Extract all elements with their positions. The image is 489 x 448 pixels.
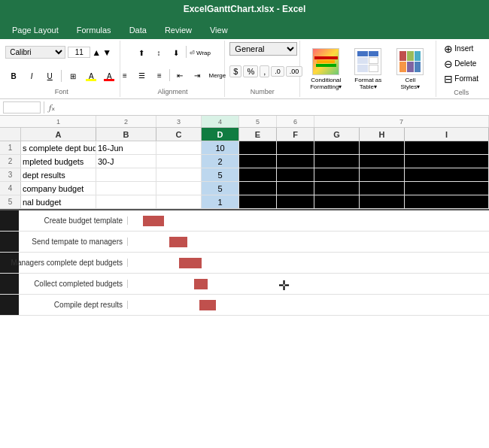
- cell-c4[interactable]: [156, 182, 202, 195]
- cell-c1[interactable]: [156, 141, 202, 154]
- align-right-button[interactable]: ≡: [151, 69, 168, 83]
- cell-e3[interactable]: [239, 168, 277, 181]
- currency-button[interactable]: $: [229, 65, 241, 77]
- format-as-table-button[interactable]: Format asTable▾: [348, 47, 387, 92]
- col-header-b[interactable]: B: [96, 128, 156, 141]
- cell-f1[interactable]: [277, 141, 314, 154]
- underline-button[interactable]: U: [41, 69, 58, 83]
- col-header-d[interactable]: D: [202, 128, 239, 141]
- cell-d2[interactable]: 2: [202, 155, 239, 168]
- cell-f5[interactable]: [277, 195, 314, 208]
- cell-a1[interactable]: s complete dept budge: [21, 141, 96, 154]
- cell-reference-input[interactable]: [3, 101, 41, 114]
- bold-button[interactable]: B: [5, 69, 22, 83]
- col-header-g[interactable]: G: [314, 128, 360, 141]
- cell-g5[interactable]: [314, 195, 360, 208]
- cell-b1[interactable]: 16-Jun: [96, 141, 156, 154]
- cell-d5[interactable]: 1: [202, 195, 239, 208]
- spreadsheet: 1 2 3 4 5 6 7 A B C D E F G H I 1 s comp…: [0, 116, 489, 209]
- format-button[interactable]: ⊟ Format: [441, 72, 481, 86]
- fill-color-button[interactable]: A: [83, 69, 99, 83]
- cell-i3[interactable]: [405, 168, 489, 181]
- italic-button[interactable]: I: [23, 69, 40, 83]
- cell-a2[interactable]: mpleted budgets: [21, 155, 96, 168]
- gantt-chart-2[interactable]: [128, 232, 489, 252]
- cell-h2[interactable]: [360, 155, 405, 168]
- gantt-chart-5[interactable]: [128, 295, 489, 315]
- cell-a4[interactable]: company budget: [21, 182, 96, 195]
- align-top-button[interactable]: ⬆: [133, 46, 150, 59]
- cell-c2[interactable]: [156, 155, 202, 168]
- comma-button[interactable]: ,: [260, 65, 269, 77]
- cell-f3[interactable]: [277, 168, 314, 181]
- gantt-chart-3[interactable]: [128, 253, 489, 273]
- number-format-select[interactable]: General: [229, 42, 297, 56]
- cell-e4[interactable]: [239, 182, 277, 195]
- font-size-down[interactable]: ▼: [102, 47, 111, 58]
- align-middle-button[interactable]: ↕: [150, 46, 167, 59]
- percent-button[interactable]: %: [243, 65, 258, 77]
- cell-h4[interactable]: [360, 182, 405, 195]
- gantt-chart-4[interactable]: ✛: [128, 274, 489, 294]
- conditional-formatting-button[interactable]: ConditionalFormatting▾: [306, 47, 345, 92]
- cell-a5[interactable]: nal budget: [21, 195, 96, 208]
- align-left-button[interactable]: ≡: [117, 69, 133, 83]
- wrap-text-button[interactable]: ⏎ Wrap: [188, 46, 212, 59]
- col-header-f[interactable]: F: [277, 128, 314, 141]
- col-header-a[interactable]: A: [21, 128, 96, 141]
- cell-d1[interactable]: 10: [202, 141, 239, 154]
- font-color-button[interactable]: A: [101, 69, 117, 83]
- delete-button[interactable]: ⊖ Delete: [441, 57, 481, 71]
- cell-styles-button[interactable]: CellStyles▾: [390, 47, 430, 92]
- gantt-chart-1[interactable]: [128, 210, 489, 231]
- cell-h1[interactable]: [360, 141, 405, 154]
- cell-i5[interactable]: [405, 195, 489, 208]
- cell-f2[interactable]: [277, 155, 314, 168]
- insert-button[interactable]: ⊕ Insert: [441, 42, 481, 56]
- tab-view[interactable]: View: [201, 21, 237, 39]
- cell-i2[interactable]: [405, 155, 489, 168]
- cell-e1[interactable]: [239, 141, 277, 154]
- font-size-up[interactable]: ▲: [92, 47, 101, 58]
- tab-page-layout[interactable]: Page Layout: [3, 21, 68, 39]
- tab-formulas[interactable]: Formulas: [68, 21, 120, 39]
- cell-b4[interactable]: [96, 182, 156, 195]
- border-button[interactable]: ⊞: [65, 69, 81, 83]
- cell-d3[interactable]: 5: [202, 168, 239, 181]
- gantt-row-3: Managers complete dept budgets: [0, 253, 489, 274]
- align-bottom-button[interactable]: ⬇: [168, 46, 184, 59]
- font-size-input[interactable]: [68, 47, 90, 58]
- cell-g1[interactable]: [314, 141, 360, 154]
- cell-b3[interactable]: [96, 168, 156, 181]
- cell-b5[interactable]: [96, 195, 156, 208]
- font-name-select[interactable]: Calibri: [5, 46, 65, 59]
- cell-e2[interactable]: [239, 155, 277, 168]
- function-icon[interactable]: 𝑓ₓ: [47, 102, 56, 113]
- cell-c5[interactable]: [156, 195, 202, 208]
- decimal-decrease-button[interactable]: .0: [271, 66, 284, 77]
- cell-h3[interactable]: [360, 168, 405, 181]
- align-center-button[interactable]: ☰: [134, 69, 150, 83]
- cell-e5[interactable]: [239, 195, 277, 208]
- cell-g4[interactable]: [314, 182, 360, 195]
- cell-f4[interactable]: [277, 182, 314, 195]
- cell-d4[interactable]: 5: [202, 182, 239, 195]
- col-header-h[interactable]: H: [360, 128, 405, 141]
- cell-h5[interactable]: [360, 195, 405, 208]
- tab-review[interactable]: Review: [156, 21, 201, 39]
- cell-g2[interactable]: [314, 155, 360, 168]
- cell-i1[interactable]: [405, 141, 489, 154]
- cell-i4[interactable]: [405, 182, 489, 195]
- indent-left-button[interactable]: ⇤: [172, 69, 188, 83]
- indent-right-button[interactable]: ⇥: [189, 69, 205, 83]
- cell-g3[interactable]: [314, 168, 360, 181]
- cell-a3[interactable]: dept results: [21, 168, 96, 181]
- col-header-c[interactable]: C: [156, 128, 202, 141]
- formula-input[interactable]: [59, 103, 486, 112]
- col-header-i[interactable]: I: [405, 128, 489, 141]
- col-header-e[interactable]: E: [239, 128, 277, 141]
- cell-c3[interactable]: [156, 168, 202, 181]
- cell-b2[interactable]: 30-J: [96, 155, 156, 168]
- gantt-label-1: Create budget template: [0, 216, 128, 225]
- tab-data[interactable]: Data: [120, 21, 156, 39]
